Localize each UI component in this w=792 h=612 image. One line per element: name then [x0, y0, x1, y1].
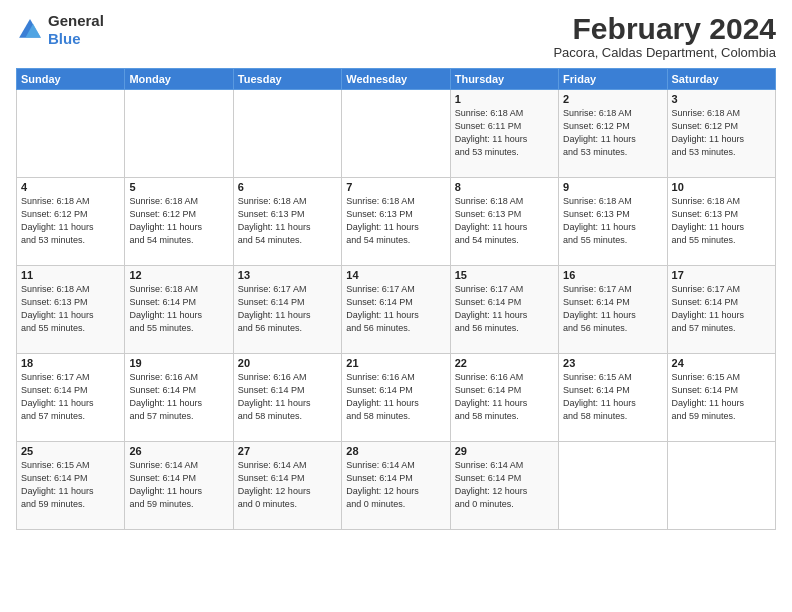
th-saturday: Saturday: [667, 69, 775, 90]
day-number: 9: [563, 181, 662, 193]
day-info: Sunrise: 6:18 AM Sunset: 6:13 PM Dayligh…: [21, 283, 120, 335]
day-number: 8: [455, 181, 554, 193]
calendar-cell: [125, 90, 233, 178]
day-number: 5: [129, 181, 228, 193]
header: General Blue February 2024 Pacora, Calda…: [16, 12, 776, 60]
day-info: Sunrise: 6:18 AM Sunset: 6:12 PM Dayligh…: [129, 195, 228, 247]
calendar-cell: 10Sunrise: 6:18 AM Sunset: 6:13 PM Dayli…: [667, 178, 775, 266]
day-number: 19: [129, 357, 228, 369]
day-info: Sunrise: 6:18 AM Sunset: 6:13 PM Dayligh…: [672, 195, 771, 247]
calendar-cell: 15Sunrise: 6:17 AM Sunset: 6:14 PM Dayli…: [450, 266, 558, 354]
calendar-cell: 18Sunrise: 6:17 AM Sunset: 6:14 PM Dayli…: [17, 354, 125, 442]
day-number: 4: [21, 181, 120, 193]
title-block: February 2024 Pacora, Caldas Department,…: [553, 12, 776, 60]
calendar-cell: 20Sunrise: 6:16 AM Sunset: 6:14 PM Dayli…: [233, 354, 341, 442]
day-number: 2: [563, 93, 662, 105]
day-number: 29: [455, 445, 554, 457]
day-number: 1: [455, 93, 554, 105]
day-number: 22: [455, 357, 554, 369]
day-number: 27: [238, 445, 337, 457]
day-info: Sunrise: 6:18 AM Sunset: 6:14 PM Dayligh…: [129, 283, 228, 335]
calendar-cell: 28Sunrise: 6:14 AM Sunset: 6:14 PM Dayli…: [342, 442, 450, 530]
day-number: 25: [21, 445, 120, 457]
day-info: Sunrise: 6:16 AM Sunset: 6:14 PM Dayligh…: [455, 371, 554, 423]
calendar-cell: [559, 442, 667, 530]
day-info: Sunrise: 6:15 AM Sunset: 6:14 PM Dayligh…: [672, 371, 771, 423]
calendar-cell: 29Sunrise: 6:14 AM Sunset: 6:14 PM Dayli…: [450, 442, 558, 530]
calendar-cell: [17, 90, 125, 178]
day-number: 26: [129, 445, 228, 457]
calendar-cell: 5Sunrise: 6:18 AM Sunset: 6:12 PM Daylig…: [125, 178, 233, 266]
day-info: Sunrise: 6:18 AM Sunset: 6:12 PM Dayligh…: [563, 107, 662, 159]
day-info: Sunrise: 6:17 AM Sunset: 6:14 PM Dayligh…: [672, 283, 771, 335]
day-info: Sunrise: 6:17 AM Sunset: 6:14 PM Dayligh…: [238, 283, 337, 335]
calendar-cell: 7Sunrise: 6:18 AM Sunset: 6:13 PM Daylig…: [342, 178, 450, 266]
page: General Blue February 2024 Pacora, Calda…: [0, 0, 792, 612]
calendar-header: Sunday Monday Tuesday Wednesday Thursday…: [17, 69, 776, 90]
calendar-cell: 16Sunrise: 6:17 AM Sunset: 6:14 PM Dayli…: [559, 266, 667, 354]
calendar-cell: 21Sunrise: 6:16 AM Sunset: 6:14 PM Dayli…: [342, 354, 450, 442]
calendar-cell: 27Sunrise: 6:14 AM Sunset: 6:14 PM Dayli…: [233, 442, 341, 530]
calendar-body: 1Sunrise: 6:18 AM Sunset: 6:11 PM Daylig…: [17, 90, 776, 530]
day-info: Sunrise: 6:16 AM Sunset: 6:14 PM Dayligh…: [346, 371, 445, 423]
calendar-cell: 13Sunrise: 6:17 AM Sunset: 6:14 PM Dayli…: [233, 266, 341, 354]
day-number: 7: [346, 181, 445, 193]
day-info: Sunrise: 6:17 AM Sunset: 6:14 PM Dayligh…: [346, 283, 445, 335]
day-info: Sunrise: 6:18 AM Sunset: 6:12 PM Dayligh…: [21, 195, 120, 247]
calendar-cell: 1Sunrise: 6:18 AM Sunset: 6:11 PM Daylig…: [450, 90, 558, 178]
th-monday: Monday: [125, 69, 233, 90]
day-number: 18: [21, 357, 120, 369]
calendar-cell: [233, 90, 341, 178]
th-tuesday: Tuesday: [233, 69, 341, 90]
calendar-week-4: 25Sunrise: 6:15 AM Sunset: 6:14 PM Dayli…: [17, 442, 776, 530]
day-info: Sunrise: 6:18 AM Sunset: 6:13 PM Dayligh…: [346, 195, 445, 247]
day-info: Sunrise: 6:14 AM Sunset: 6:14 PM Dayligh…: [346, 459, 445, 511]
calendar-cell: [667, 442, 775, 530]
day-number: 23: [563, 357, 662, 369]
day-info: Sunrise: 6:17 AM Sunset: 6:14 PM Dayligh…: [455, 283, 554, 335]
calendar-cell: 9Sunrise: 6:18 AM Sunset: 6:13 PM Daylig…: [559, 178, 667, 266]
day-number: 17: [672, 269, 771, 281]
day-number: 3: [672, 93, 771, 105]
day-info: Sunrise: 6:14 AM Sunset: 6:14 PM Dayligh…: [129, 459, 228, 511]
day-number: 11: [21, 269, 120, 281]
calendar-cell: 4Sunrise: 6:18 AM Sunset: 6:12 PM Daylig…: [17, 178, 125, 266]
day-info: Sunrise: 6:17 AM Sunset: 6:14 PM Dayligh…: [563, 283, 662, 335]
calendar-cell: 17Sunrise: 6:17 AM Sunset: 6:14 PM Dayli…: [667, 266, 775, 354]
day-info: Sunrise: 6:18 AM Sunset: 6:13 PM Dayligh…: [563, 195, 662, 247]
day-info: Sunrise: 6:16 AM Sunset: 6:14 PM Dayligh…: [129, 371, 228, 423]
calendar-cell: 3Sunrise: 6:18 AM Sunset: 6:12 PM Daylig…: [667, 90, 775, 178]
calendar-cell: 14Sunrise: 6:17 AM Sunset: 6:14 PM Dayli…: [342, 266, 450, 354]
day-info: Sunrise: 6:15 AM Sunset: 6:14 PM Dayligh…: [563, 371, 662, 423]
calendar-cell: 23Sunrise: 6:15 AM Sunset: 6:14 PM Dayli…: [559, 354, 667, 442]
day-number: 21: [346, 357, 445, 369]
day-info: Sunrise: 6:16 AM Sunset: 6:14 PM Dayligh…: [238, 371, 337, 423]
day-info: Sunrise: 6:18 AM Sunset: 6:11 PM Dayligh…: [455, 107, 554, 159]
calendar-week-1: 4Sunrise: 6:18 AM Sunset: 6:12 PM Daylig…: [17, 178, 776, 266]
calendar-cell: 19Sunrise: 6:16 AM Sunset: 6:14 PM Dayli…: [125, 354, 233, 442]
day-number: 24: [672, 357, 771, 369]
weekday-row: Sunday Monday Tuesday Wednesday Thursday…: [17, 69, 776, 90]
calendar-cell: 12Sunrise: 6:18 AM Sunset: 6:14 PM Dayli…: [125, 266, 233, 354]
logo-general-text: General: [48, 12, 104, 29]
day-number: 15: [455, 269, 554, 281]
day-info: Sunrise: 6:17 AM Sunset: 6:14 PM Dayligh…: [21, 371, 120, 423]
day-info: Sunrise: 6:14 AM Sunset: 6:14 PM Dayligh…: [238, 459, 337, 511]
day-number: 12: [129, 269, 228, 281]
th-thursday: Thursday: [450, 69, 558, 90]
day-number: 13: [238, 269, 337, 281]
th-wednesday: Wednesday: [342, 69, 450, 90]
day-number: 10: [672, 181, 771, 193]
day-number: 28: [346, 445, 445, 457]
calendar-cell: 11Sunrise: 6:18 AM Sunset: 6:13 PM Dayli…: [17, 266, 125, 354]
month-year: February 2024: [553, 12, 776, 45]
day-info: Sunrise: 6:18 AM Sunset: 6:13 PM Dayligh…: [238, 195, 337, 247]
th-sunday: Sunday: [17, 69, 125, 90]
day-info: Sunrise: 6:14 AM Sunset: 6:14 PM Dayligh…: [455, 459, 554, 511]
calendar-week-2: 11Sunrise: 6:18 AM Sunset: 6:13 PM Dayli…: [17, 266, 776, 354]
day-info: Sunrise: 6:18 AM Sunset: 6:12 PM Dayligh…: [672, 107, 771, 159]
day-info: Sunrise: 6:18 AM Sunset: 6:13 PM Dayligh…: [455, 195, 554, 247]
day-number: 16: [563, 269, 662, 281]
calendar-table: Sunday Monday Tuesday Wednesday Thursday…: [16, 68, 776, 530]
logo: General Blue: [16, 12, 104, 48]
